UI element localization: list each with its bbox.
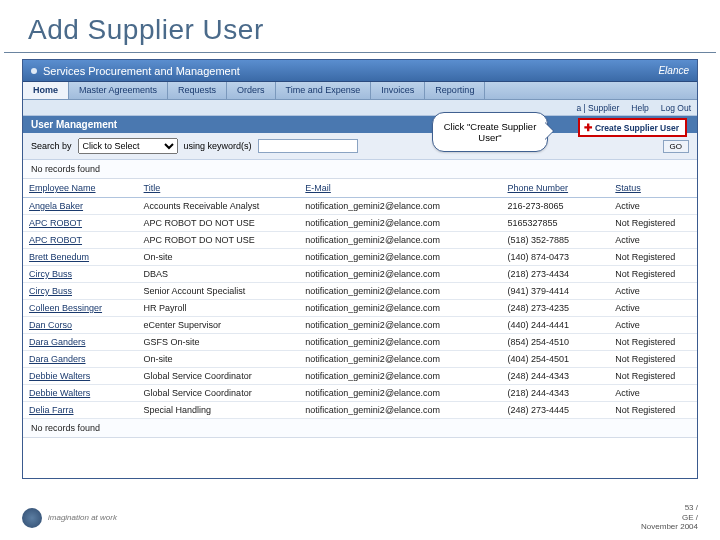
search-label: Search by: [31, 141, 72, 151]
cell: Active: [609, 283, 697, 300]
nav-tab-time-and-expense[interactable]: Time and Expense: [276, 82, 372, 99]
search-input[interactable]: [258, 139, 358, 153]
cell: Senior Account Specialist: [138, 283, 300, 300]
footer-date: November 2004: [641, 522, 698, 532]
cell: (140) 874-0473: [502, 249, 610, 266]
column-header[interactable]: Status: [609, 179, 697, 198]
app-frame: Services Procurement and Management Elan…: [22, 59, 698, 479]
create-supplier-user-button[interactable]: ✚ Create Supplier User: [578, 118, 687, 137]
employee-name-link[interactable]: Brett Benedum: [23, 249, 138, 266]
footer-tagline: imagination at work: [48, 513, 117, 522]
employee-name-link[interactable]: Debbie Walters: [23, 368, 138, 385]
employee-name-link[interactable]: Dara Ganders: [23, 351, 138, 368]
cell: (248) 273-4445: [502, 402, 610, 419]
ge-logo-icon: [22, 508, 42, 528]
cell: Not Registered: [609, 402, 697, 419]
column-header[interactable]: Phone Number: [502, 179, 610, 198]
cell: Active: [609, 300, 697, 317]
table-row: Circy BussSenior Account Specialistnotif…: [23, 283, 697, 300]
cell: (404) 254-4501: [502, 351, 610, 368]
cell: eCenter Supervisor: [138, 317, 300, 334]
nav-tab-orders[interactable]: Orders: [227, 82, 276, 99]
cell: Active: [609, 317, 697, 334]
cell: notification_gemini2@elance.com: [299, 334, 501, 351]
cell: notification_gemini2@elance.com: [299, 402, 501, 419]
employee-name-link[interactable]: Circy Buss: [23, 283, 138, 300]
table-row: Dara GandersGSFS On-sitenotification_gem…: [23, 334, 697, 351]
employee-name-link[interactable]: Colleen Bessinger: [23, 300, 138, 317]
logout-link[interactable]: Log Out: [661, 103, 691, 113]
cell: Not Registered: [609, 249, 697, 266]
employee-name-link[interactable]: Angela Baker: [23, 198, 138, 215]
employee-name-link[interactable]: Circy Buss: [23, 266, 138, 283]
search-bar: Search by Click to Select using keyword(…: [23, 133, 697, 160]
supplier-link[interactable]: a | Supplier: [576, 103, 619, 113]
cell: Not Registered: [609, 351, 697, 368]
plus-icon: ✚: [584, 122, 592, 133]
cell: Active: [609, 198, 697, 215]
brand: Elance: [658, 65, 689, 76]
employee-name-link[interactable]: APC ROBOT: [23, 215, 138, 232]
column-header[interactable]: Employee Name: [23, 179, 138, 198]
cell: notification_gemini2@elance.com: [299, 198, 501, 215]
create-button-label: Create Supplier User: [595, 123, 679, 133]
cell: Not Registered: [609, 215, 697, 232]
table-row: Angela BakerAccounts Receivable Analystn…: [23, 198, 697, 215]
cell: On-site: [138, 249, 300, 266]
cell: APC ROBOT DO NOT USE: [138, 232, 300, 249]
cell: (218) 244-4343: [502, 385, 610, 402]
column-header[interactable]: Title: [138, 179, 300, 198]
footer-org: GE /: [641, 513, 698, 523]
cell: notification_gemini2@elance.com: [299, 351, 501, 368]
app-header: Services Procurement and Management Elan…: [23, 60, 697, 82]
nav-tab-reporting[interactable]: Reporting: [425, 82, 485, 99]
bullet-icon: [31, 68, 37, 74]
cell: Accounts Receivable Analyst: [138, 198, 300, 215]
cell: Not Registered: [609, 266, 697, 283]
slide-title: Add Supplier User: [0, 0, 720, 52]
no-records-bottom: No records found: [23, 419, 697, 438]
column-header[interactable]: E-Mail: [299, 179, 501, 198]
cell: Global Service Coordinator: [138, 385, 300, 402]
cell: Not Registered: [609, 334, 697, 351]
cell: Not Registered: [609, 368, 697, 385]
go-button[interactable]: GO: [663, 140, 689, 153]
cell: notification_gemini2@elance.com: [299, 385, 501, 402]
table-row: Circy BussDBASnotification_gemini2@elanc…: [23, 266, 697, 283]
table-row: Dara GandersOn-sitenotification_gemini2@…: [23, 351, 697, 368]
nav-tab-master-agreements[interactable]: Master Agreements: [69, 82, 168, 99]
table-row: Debbie WaltersGlobal Service Coordinator…: [23, 368, 697, 385]
cell: notification_gemini2@elance.com: [299, 317, 501, 334]
employee-name-link[interactable]: Dara Ganders: [23, 334, 138, 351]
employee-name-link[interactable]: Dan Corso: [23, 317, 138, 334]
cell: Special Handling: [138, 402, 300, 419]
sub-nav: a | Supplier Help Log Out: [23, 100, 697, 116]
cell: GSFS On-site: [138, 334, 300, 351]
callout: Click "Create Supplier User": [432, 112, 548, 152]
employee-name-link[interactable]: Debbie Walters: [23, 385, 138, 402]
table-row: Delia FarraSpecial Handlingnotification_…: [23, 402, 697, 419]
cell: HR Payroll: [138, 300, 300, 317]
employee-name-link[interactable]: APC ROBOT: [23, 232, 138, 249]
help-link[interactable]: Help: [631, 103, 648, 113]
divider: [4, 52, 716, 53]
cell: Active: [609, 232, 697, 249]
table-row: Colleen BessingerHR Payrollnotification_…: [23, 300, 697, 317]
employee-name-link[interactable]: Delia Farra: [23, 402, 138, 419]
cell: notification_gemini2@elance.com: [299, 283, 501, 300]
cell: notification_gemini2@elance.com: [299, 266, 501, 283]
cell: notification_gemini2@elance.com: [299, 215, 501, 232]
app-title: Services Procurement and Management: [43, 65, 240, 77]
table-row: APC ROBOTAPC ROBOT DO NOT USEnotificatio…: [23, 232, 697, 249]
nav-tab-requests[interactable]: Requests: [168, 82, 227, 99]
nav-tab-home[interactable]: Home: [23, 82, 69, 99]
cell: (248) 244-4343: [502, 368, 610, 385]
cell: (440) 244-4441: [502, 317, 610, 334]
search-select[interactable]: Click to Select: [78, 138, 178, 154]
table-row: Debbie WaltersGlobal Service Coordinator…: [23, 385, 697, 402]
table-row: Dan CorsoeCenter Supervisornotification_…: [23, 317, 697, 334]
cell: (248) 273-4235: [502, 300, 610, 317]
cell: notification_gemini2@elance.com: [299, 249, 501, 266]
keywords-label: using keyword(s): [184, 141, 252, 151]
nav-tab-invoices[interactable]: Invoices: [371, 82, 425, 99]
